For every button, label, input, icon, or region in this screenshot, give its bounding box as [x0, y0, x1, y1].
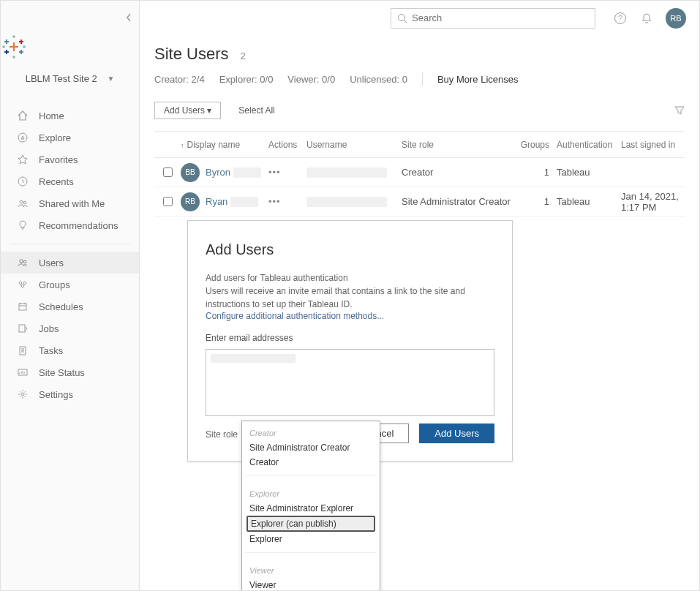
help-icon[interactable] — [611, 9, 630, 28]
stat-unlicensed: Unlicensed: 0 — [350, 74, 407, 85]
star-icon — [17, 154, 30, 165]
nav-label: Favorites — [39, 154, 78, 165]
user-name-link[interactable]: Ryan — [206, 196, 227, 207]
user-avatar[interactable]: RB — [666, 8, 686, 29]
user-name-link[interactable]: Byron — [206, 167, 230, 178]
groups-icon — [17, 279, 30, 290]
sidebar-item-groups[interactable]: Groups — [1, 274, 139, 296]
col-groups[interactable]: Groups — [519, 140, 557, 150]
add-users-submit-button[interactable]: Add Users — [419, 424, 494, 443]
stat-explorer: Explorer: 0/0 — [219, 74, 274, 85]
select-all-link[interactable]: Select All — [238, 105, 274, 116]
search-box[interactable] — [391, 8, 595, 29]
redacted — [306, 167, 387, 178]
sidebar-item-settings[interactable]: Settings — [1, 383, 139, 405]
sidebar-item-shared[interactable]: Shared with Me — [1, 192, 139, 214]
jobs-icon — [17, 323, 30, 334]
sidebar-item-users[interactable]: Users — [1, 252, 139, 274]
chevron-down-icon: ▼ — [107, 75, 114, 83]
col-last-signed[interactable]: Last signed in — [621, 140, 685, 150]
dropdown-item[interactable]: Creator — [242, 455, 380, 470]
collapse-sidebar-button[interactable] — [125, 12, 132, 23]
dialog-line2: Users will receive an invite email that … — [206, 285, 494, 311]
emails-textarea[interactable] — [206, 349, 494, 416]
home-icon — [17, 110, 30, 121]
svg-point-13 — [21, 393, 24, 396]
nav-divider — [10, 244, 130, 244]
add-users-button[interactable]: Add Users ▾ — [154, 102, 221, 119]
main-content: Site Users 2 Creator: 2/4 Explorer: 0/0 … — [140, 36, 699, 225]
dialog-line1: Add users for Tableau authentication — [206, 271, 494, 285]
nav-label: Users — [39, 257, 64, 268]
svg-point-3 — [23, 201, 26, 204]
sidebar: LBLM Test Site 2 ▼ Home Explore Favorite… — [1, 1, 140, 590]
nav-label: Explore — [39, 132, 71, 143]
tableau-logo — [1, 1, 139, 60]
svg-point-2 — [20, 200, 23, 203]
row-auth: Tableau — [557, 167, 621, 178]
dropdown-item[interactable]: Site Administrator Creator — [242, 440, 380, 455]
placeholder-redacted — [211, 354, 296, 363]
col-actions[interactable]: Actions — [268, 140, 306, 150]
table-row[interactable]: BBByron•••Creator1Tableau — [154, 158, 685, 187]
table-row[interactable]: RBRyan•••Site Administrator Creator1Tabl… — [154, 187, 685, 217]
lightbulb-icon — [17, 219, 30, 231]
row-role: Site Administrator Creator — [402, 196, 519, 207]
clock-icon — [17, 176, 30, 187]
dropdown-item[interactable]: Explorer — [242, 532, 380, 546]
sidebar-item-recommendations[interactable]: Recommendations — [1, 214, 139, 236]
nav-label: Settings — [39, 389, 73, 400]
bell-icon[interactable] — [637, 9, 656, 28]
col-display-name[interactable]: ↑Display name — [181, 140, 268, 150]
row-auth: Tableau — [557, 196, 621, 207]
filter-icon[interactable] — [674, 105, 685, 116]
col-auth[interactable]: Authentication — [557, 140, 621, 150]
dropdown-item[interactable]: Viewer — [242, 578, 380, 591]
dropdown-item[interactable]: Site Administrator Explorer — [242, 501, 380, 516]
sidebar-item-home[interactable]: Home — [1, 105, 139, 127]
dropdown-group-label: Creator — [242, 421, 380, 440]
status-icon — [17, 366, 30, 378]
sidebar-item-explore[interactable]: Explore — [1, 127, 139, 148]
dropdown-divider — [245, 475, 377, 476]
sidebar-item-tasks[interactable]: Tasks — [1, 339, 139, 361]
site-selector[interactable]: LBLM Test Site 2 ▼ — [1, 73, 139, 84]
svg-rect-10 — [19, 325, 25, 332]
col-site-role[interactable]: Site role — [402, 140, 519, 150]
row-role: Creator — [402, 167, 519, 178]
dropdown-group-label: Explorer — [242, 482, 380, 501]
row-checkbox[interactable] — [163, 167, 173, 177]
dialog-title: Add Users — [206, 241, 494, 258]
buy-more-link[interactable]: Buy More Licenses — [437, 74, 519, 85]
search-input[interactable] — [412, 12, 589, 23]
license-stats: Creator: 2/4 Explorer: 0/0 Viewer: 0/0 U… — [154, 72, 685, 86]
topbar: RB — [140, 1, 699, 36]
compass-icon — [17, 132, 30, 143]
redacted — [230, 197, 258, 207]
svg-point-4 — [20, 260, 23, 263]
toolbar: Add Users ▾ Select All — [154, 102, 685, 119]
nav-top: Home Explore Favorites Recents Shared wi… — [1, 105, 139, 236]
user-avatar-small: BB — [181, 163, 200, 182]
col-username[interactable]: Username — [306, 140, 402, 150]
sidebar-item-favorites[interactable]: Favorites — [1, 148, 139, 170]
svg-point-8 — [21, 285, 24, 287]
stat-viewer: Viewer: 0/0 — [287, 74, 335, 85]
dropdown-item[interactable]: Explorer (can publish) — [246, 516, 375, 532]
row-actions-button[interactable]: ••• — [268, 196, 281, 207]
row-checkbox[interactable] — [163, 197, 173, 206]
sidebar-item-site-status[interactable]: Site Status — [1, 361, 139, 383]
site-role-label: Site role — [206, 429, 242, 440]
sidebar-item-schedules[interactable]: Schedules — [1, 296, 139, 317]
configure-auth-link[interactable]: Configure additional authentication meth… — [206, 311, 494, 321]
users-table: ↑Display name Actions Username Site role… — [154, 131, 685, 217]
row-actions-button[interactable]: ••• — [268, 167, 281, 178]
table-header: ↑Display name Actions Username Site role… — [154, 132, 685, 158]
nav-label: Recommendations — [39, 220, 118, 231]
user-avatar-small: RB — [181, 192, 200, 211]
sidebar-item-recents[interactable]: Recents — [1, 170, 139, 192]
sidebar-item-jobs[interactable]: Jobs — [1, 317, 139, 339]
nav-label: Home — [39, 110, 64, 121]
row-last-signed: Jan 14, 2021, 1:17 PM — [621, 191, 685, 213]
nav-label: Recents — [39, 176, 74, 187]
